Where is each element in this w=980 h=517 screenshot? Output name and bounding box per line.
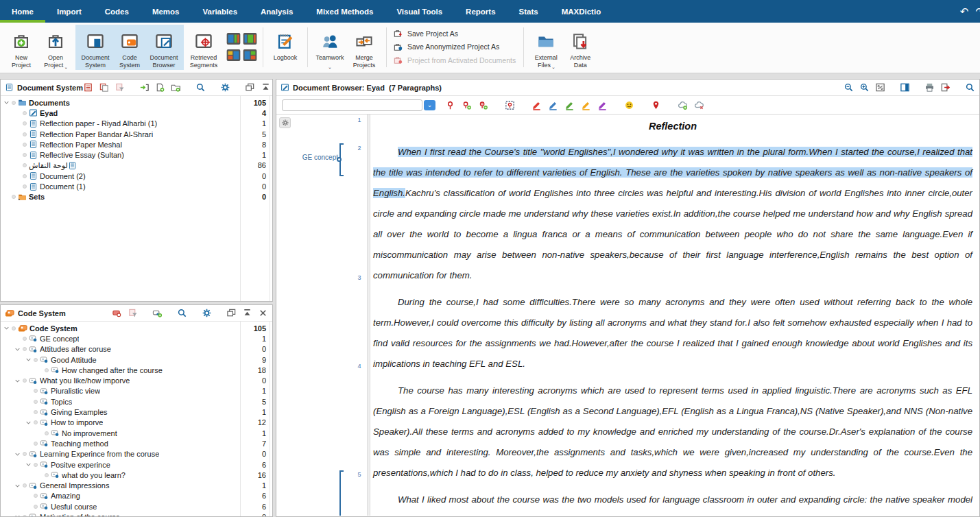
import-doc-icon[interactable]	[139, 82, 150, 93]
code-row[interactable]: Motivation of the course0	[1, 512, 272, 516]
tree-expander-icon[interactable]	[25, 357, 34, 363]
activation-dot[interactable]	[23, 143, 27, 147]
hl-blue-icon[interactable]	[548, 100, 558, 110]
gear-icon[interactable]	[202, 308, 212, 318]
document-paragraph[interactable]: When I first read the Course's title "wo…	[373, 142, 972, 286]
hl-red-icon[interactable]	[531, 100, 542, 110]
activation-dot[interactable]	[23, 174, 27, 178]
activation-dot[interactable]	[23, 132, 27, 136]
activation-dot[interactable]	[23, 347, 27, 351]
undo-icon[interactable]: ↶	[960, 5, 969, 18]
new-doc-icon[interactable]	[155, 82, 165, 93]
code-memo-icon[interactable]	[112, 308, 122, 318]
layout-4-button[interactable]	[243, 48, 258, 63]
sidebar-icon[interactable]	[900, 82, 910, 93]
activation-dot[interactable]	[23, 378, 27, 383]
float-icon[interactable]	[226, 308, 237, 318]
activation-dot[interactable]	[34, 442, 38, 446]
document-row[interactable]: Document (2)0	[1, 171, 272, 181]
zoom-fit-icon[interactable]	[875, 82, 885, 93]
print-icon[interactable]	[924, 82, 935, 93]
open-project-button[interactable]: Open Project ˬ	[38, 25, 73, 69]
activation-dot[interactable]	[34, 494, 38, 498]
new-project-button[interactable]: New Project	[4, 25, 38, 69]
text-segment[interactable]: The course has many interesting acronyms…	[373, 385, 972, 478]
activation-dot[interactable]	[12, 195, 16, 199]
menu-item-save-project-as[interactable]: Save Project As	[393, 28, 516, 38]
archive-data-button[interactable]: Archive Data	[563, 25, 597, 69]
activation-dot[interactable]	[23, 163, 27, 167]
activation-dot[interactable]	[23, 121, 27, 125]
code-invivo-icon[interactable]	[478, 100, 488, 110]
activation-dot[interactable]	[23, 515, 27, 516]
code-target-icon[interactable]	[445, 100, 455, 110]
cloud-del-icon[interactable]	[694, 100, 704, 110]
emoticode-icon[interactable]	[624, 100, 634, 110]
memo-filter-icon[interactable]	[115, 82, 125, 93]
float-icon[interactable]	[245, 82, 255, 93]
layout-2-button[interactable]	[243, 32, 258, 47]
activation-dot[interactable]	[34, 389, 38, 393]
text-segment[interactable]: During the course,I had some difficultie…	[373, 297, 972, 369]
activation-dot[interactable]	[34, 463, 38, 467]
tree-expander-icon[interactable]	[25, 461, 34, 468]
margin-settings-gear-icon[interactable]	[279, 117, 291, 128]
code-row[interactable]: Attitudes after coruse0	[1, 344, 272, 354]
tree-expander-icon[interactable]	[14, 346, 23, 352]
menu-item-maxdictio[interactable]: MAXDictio	[550, 0, 613, 23]
close-icon[interactable]	[258, 308, 268, 318]
document-text[interactable]: Reflection When I first read the Course'…	[372, 115, 979, 516]
coding-bracket[interactable]	[339, 143, 344, 176]
document-paragraph[interactable]: The course has many interesting acronyms…	[373, 381, 972, 483]
tree-expander-icon[interactable]	[14, 378, 23, 384]
activation-dot[interactable]	[34, 358, 38, 362]
activation-dot[interactable]	[34, 410, 38, 414]
search-icon[interactable]	[195, 82, 206, 93]
memo-filter-icon[interactable]	[128, 308, 138, 318]
coded-segment-label[interactable]: GE concept	[289, 154, 338, 161]
redo-icon[interactable]: ↷	[975, 5, 980, 18]
activation-dot[interactable]	[23, 337, 27, 341]
tree-expander-icon[interactable]	[14, 483, 23, 489]
code-row[interactable]: Piuralistic view1	[1, 386, 272, 396]
merge-projects-button[interactable]: Merge Projects	[347, 25, 381, 69]
code-row[interactable]: Positve experince6	[1, 459, 272, 470]
document-row[interactable]: Sets0	[1, 192, 272, 202]
new-doc-group-icon[interactable]	[171, 82, 181, 93]
activation-dot[interactable]	[34, 400, 38, 404]
menu-item-home[interactable]: Home	[0, 0, 45, 23]
activation-dot[interactable]	[12, 101, 16, 105]
external-files-button[interactable]: External Files ˬ	[529, 25, 563, 69]
open-coding-icon[interactable]	[505, 100, 515, 110]
code-row[interactable]: How to imporve12	[1, 418, 272, 428]
code-row[interactable]: Giving Examples1	[1, 407, 272, 417]
layout-3-button[interactable]	[226, 48, 241, 63]
teamwork-button[interactable]: Teamwork ˬ	[313, 25, 347, 69]
document-paragraph[interactable]: What I liked most about the course was t…	[373, 490, 972, 516]
hl-purple-icon[interactable]	[597, 100, 608, 110]
menu-item-memos[interactable]: Memos	[141, 0, 191, 23]
hl-yellow-icon[interactable]	[581, 100, 591, 110]
code-combo-input[interactable]	[282, 99, 422, 111]
tree-expander-icon[interactable]	[14, 514, 23, 516]
document-row[interactable]: Reflective Essay (Sultan)1	[1, 149, 272, 160]
menu-item-variables[interactable]: Variables	[191, 0, 250, 23]
code-row[interactable]: Topics5	[1, 396, 272, 407]
menu-item-save-anonymized-project-as[interactable]: Save Anonymized Project As	[393, 42, 516, 52]
activation-dot[interactable]	[23, 452, 27, 456]
activation-dot[interactable]	[12, 326, 16, 330]
menu-item-stats[interactable]: Stats	[507, 0, 550, 23]
code-row[interactable]: GE concept1	[1, 333, 272, 344]
code-combo-dropdown-button[interactable]: ⌄	[424, 100, 435, 110]
retrieved-segments-button[interactable]: Retrieved Segments	[187, 25, 221, 69]
activation-dot[interactable]	[23, 483, 27, 488]
activation-dot[interactable]	[23, 153, 27, 157]
code-row[interactable]: what do you learn?16	[1, 470, 272, 480]
export-icon[interactable]	[940, 82, 951, 93]
code-row[interactable]: Amazing6	[1, 491, 272, 501]
code-row[interactable]: Learning Experince from the coruse0	[1, 449, 272, 459]
activation-dot[interactable]	[45, 368, 49, 372]
code-system-button[interactable]: Code System	[112, 25, 147, 69]
activation-dot[interactable]	[45, 473, 49, 477]
activation-dot[interactable]	[34, 420, 38, 424]
